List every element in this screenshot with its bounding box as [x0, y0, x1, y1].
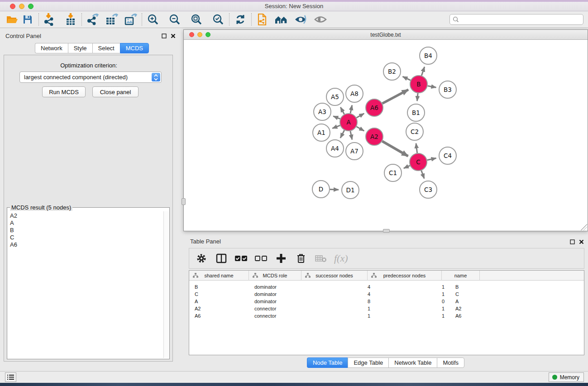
select-all-checkboxes-icon[interactable] — [234, 251, 248, 266]
home-views-icon[interactable] — [274, 13, 289, 26]
graph-edge[interactable] — [402, 76, 410, 80]
network-graph[interactable]: AA1A2A3A4A5A6A7A8BB1B2B3B4CC1C2C3C4DD1 — [184, 40, 588, 231]
graph-edge[interactable] — [427, 158, 436, 160]
zoom-fit-icon[interactable] — [189, 13, 204, 26]
function-builder-icon[interactable]: f(x) — [334, 253, 348, 264]
list-item[interactable]: A6 — [10, 241, 161, 248]
zoom-selected-icon[interactable] — [210, 13, 226, 26]
tab-mcds[interactable]: MCDS — [120, 43, 149, 53]
graph-edge[interactable] — [428, 86, 436, 88]
list-item[interactable]: B — [10, 227, 161, 234]
result-scrollbar[interactable] — [163, 211, 169, 358]
optimization-criterion-select[interactable]: largest connected component (directed) — [19, 71, 162, 83]
graph-edge[interactable] — [404, 166, 410, 168]
graph-edge[interactable] — [350, 105, 352, 113]
network-view-window: testGlobe.txt AA1A2A3A4A5A6A7A8BB1B2B3B4… — [183, 29, 588, 231]
column-header-shared-name[interactable]: shared name — [189, 271, 249, 281]
column-header-predecessor-nodes[interactable]: predecessor nodes — [368, 271, 442, 281]
close-panel-icon[interactable] — [170, 33, 176, 39]
close-table-panel-icon[interactable] — [578, 238, 584, 245]
tab-select[interactable]: Select — [92, 43, 120, 53]
graph-node-label: C2 — [411, 128, 419, 135]
graph-edge[interactable] — [416, 143, 417, 153]
search-input[interactable] — [449, 14, 583, 25]
import-table-icon[interactable] — [63, 13, 78, 26]
graph-edge[interactable] — [421, 171, 424, 179]
control-panel-header: Control Panel — [0, 29, 177, 42]
graph-edge[interactable] — [382, 141, 408, 156]
list-item[interactable]: A — [10, 219, 161, 227]
delete-table-icon[interactable] — [314, 251, 328, 266]
graph-edge[interactable] — [340, 107, 344, 114]
graph-node-label: A3 — [318, 108, 326, 115]
mcds-result-title: MCDS result (5 nodes) — [10, 204, 72, 211]
graph-node-label: A4 — [331, 145, 339, 152]
split-view-icon[interactable] — [215, 251, 228, 266]
network-window-titlebar[interactable]: testGlobe.txt — [184, 30, 588, 40]
export-table-icon[interactable] — [104, 13, 120, 26]
optimization-criterion-label: Optimization criterion: — [4, 62, 173, 69]
tab-style[interactable]: Style — [68, 43, 92, 53]
control-panel-tabs: Network Style Select MCDS — [35, 43, 149, 53]
table-settings-icon[interactable] — [195, 251, 208, 266]
hierarchy-icon — [253, 273, 258, 278]
tab-node-table[interactable]: Node Table — [307, 357, 348, 368]
search-field-wrap — [449, 14, 583, 25]
column-header-name[interactable]: name — [442, 271, 480, 281]
tab-edge-table[interactable]: Edge Table — [348, 357, 388, 368]
tab-motifs[interactable]: Motifs — [437, 357, 464, 368]
graph-edge[interactable] — [382, 90, 408, 103]
window-resize-corner[interactable] — [581, 224, 587, 230]
open-file-icon[interactable] — [5, 13, 20, 26]
mcds-result-list[interactable]: A2 A B C A6 — [8, 211, 163, 358]
graph-edge[interactable] — [333, 116, 340, 119]
graph-node-label: C4 — [444, 152, 452, 159]
graph-edge[interactable] — [417, 93, 418, 101]
mcds-tab-content: Optimization criterion: largest connecte… — [4, 55, 173, 362]
deselect-all-checkboxes-icon[interactable] — [254, 251, 268, 266]
window-grip-left[interactable] — [182, 198, 186, 205]
tab-network-table[interactable]: Network Table — [388, 357, 437, 368]
network-canvas[interactable]: AA1A2A3A4A5A6A7A8BB1B2B3B4CC1C2C3C4DD1 — [184, 40, 588, 231]
run-mcds-button[interactable]: Run MCDS — [42, 86, 86, 97]
close-panel-button[interactable]: Close panel — [92, 86, 139, 97]
task-history-icon[interactable] — [5, 372, 16, 382]
graph-node-label: A8 — [350, 90, 359, 97]
refresh-layout-icon[interactable] — [233, 13, 248, 26]
network-file-icon[interactable] — [255, 13, 270, 26]
column-header-successor-nodes[interactable]: successor nodes — [301, 271, 368, 281]
export-network-icon[interactable] — [85, 13, 100, 26]
graph-edge[interactable] — [332, 125, 340, 129]
graph-edge[interactable] — [340, 130, 344, 138]
list-item[interactable]: A2 — [10, 212, 161, 219]
graph-edge[interactable] — [356, 127, 364, 131]
save-session-icon[interactable] — [20, 13, 35, 26]
zoom-in-icon[interactable] — [145, 13, 161, 26]
graph-node-label: A2 — [370, 133, 378, 140]
table-panel-tabs: Node Table Edge Table Network Table Moti… — [0, 357, 588, 368]
tab-network[interactable]: Network — [35, 43, 68, 53]
zoom-out-icon[interactable] — [167, 13, 182, 26]
graph-edge[interactable] — [356, 114, 364, 118]
table-toolbar: f(x) — [189, 248, 584, 269]
memory-button[interactable]: Memory — [549, 372, 584, 382]
graph-edge[interactable] — [421, 67, 424, 76]
float-table-panel-icon[interactable] — [569, 238, 575, 245]
floppy-icon — [22, 14, 33, 25]
add-column-icon[interactable] — [274, 251, 288, 266]
export-image-icon[interactable] — [123, 13, 139, 26]
show-eye-icon[interactable] — [313, 13, 328, 26]
application-window: Session: New Session — [0, 0, 588, 386]
list-item[interactable]: C — [10, 234, 161, 241]
graph-edge[interactable] — [330, 190, 339, 190]
graph-node-label: B — [416, 81, 421, 88]
column-header-mcds-role[interactable]: MCDS role — [249, 271, 301, 281]
graph-node-label: A — [346, 119, 351, 126]
import-network-icon[interactable] — [42, 13, 57, 26]
main-toolbar — [0, 11, 588, 28]
delete-columns-icon[interactable] — [294, 251, 308, 266]
hide-eye-icon[interactable] — [293, 13, 308, 26]
window-grip-bottom[interactable] — [383, 229, 390, 233]
graph-edge[interactable] — [350, 131, 352, 140]
float-panel-icon[interactable] — [161, 33, 167, 39]
